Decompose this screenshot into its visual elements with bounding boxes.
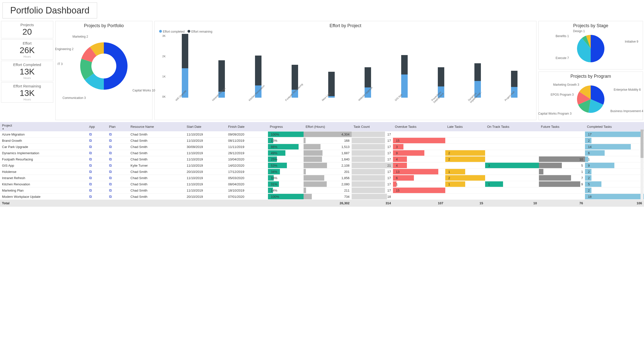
column-header[interactable]: App (87, 122, 107, 131)
column-header[interactable]: Progress (268, 122, 304, 131)
table-scrollbar[interactable] (640, 130, 644, 201)
total-value: 107 (393, 200, 445, 207)
cell-resource: Chad Smith (128, 169, 185, 175)
bar-column[interactable]: Dynamics Implementat... (460, 63, 495, 100)
link-icon[interactable]: ⧉ (109, 188, 112, 193)
bar-column[interactable]: New Logo (314, 72, 349, 100)
cell-late (445, 162, 485, 169)
pie-chart-stage: Initiative 9 Execute 7 Benefits 1 Design… (541, 30, 641, 67)
card-projects-by-program[interactable]: Projects by Program Enterprise Mobility … (538, 72, 643, 120)
cell-ontrack (485, 187, 539, 194)
table-row[interactable]: GIS App⧉⧉Kylie Turner11/10/201914/02/202… (0, 162, 644, 169)
link-icon[interactable]: ⧉ (109, 145, 112, 149)
kpi-value: 20 (2, 27, 52, 37)
column-header[interactable]: Future Tasks (539, 122, 585, 131)
chart-slice[interactable] (591, 35, 604, 62)
column-header[interactable]: Late Tasks (445, 122, 485, 131)
cell-completed: 2 (585, 187, 644, 194)
link-icon[interactable]: ⧉ (109, 138, 112, 143)
link-icon[interactable]: ⧉ (89, 138, 92, 143)
column-header[interactable]: Resource Name (128, 122, 185, 131)
column-header[interactable]: Effort (Hours) (304, 122, 352, 131)
bar-column[interactable]: Project Hub (496, 71, 532, 100)
table-row[interactable]: Brand Growth⧉⧉Chad Smith11/10/201908/11/… (0, 138, 644, 144)
link-icon[interactable]: ⧉ (109, 132, 112, 137)
cell-future: 1 (539, 169, 585, 175)
card-projects-by-portfolio[interactable]: Projects by Portfolio Capital Works 10 C… (55, 21, 152, 120)
cell-tasks: 17 (352, 138, 393, 144)
link-icon[interactable]: ⧉ (109, 176, 112, 180)
column-header[interactable]: Overdue Tasks (393, 122, 445, 131)
table-row[interactable]: Azure Migration⧉⧉Chad Smith11/10/201909/… (0, 131, 644, 138)
table-row[interactable]: Hololense⧉⧉Chad Smith20/10/201917/12/201… (0, 169, 644, 175)
link-icon[interactable]: ⧉ (89, 163, 92, 168)
bar-column[interactable]: Footpath Resurfacing (277, 65, 312, 100)
column-header[interactable]: Plan (107, 122, 128, 131)
bar-column[interactable]: GIS App (387, 55, 422, 100)
bar-column[interactable]: Kitchen Renovation (241, 56, 276, 100)
cell-progress: 53% (268, 162, 304, 169)
chart-slice[interactable] (104, 42, 128, 90)
bar-column[interactable]: PowerApps Deployment (424, 67, 459, 100)
projects-table[interactable]: Project▲AppPlanResource NameStart DateFi… (0, 122, 644, 207)
table-row[interactable]: Modern Workplace Update⧉⧉Chad Smith20/10… (0, 194, 644, 200)
link-icon[interactable]: ⧉ (89, 188, 92, 193)
bar-column[interactable]: Website Upgrade (350, 67, 386, 100)
link-icon[interactable]: ⧉ (89, 169, 92, 174)
link-icon[interactable]: ⧉ (109, 151, 112, 155)
table-row[interactable]: Kitchen Renovation⧉⧉Chad Smith11/10/2019… (0, 181, 644, 187)
link-icon[interactable]: ⧉ (89, 132, 92, 137)
cell-completed: 18 (585, 194, 644, 200)
link-icon[interactable]: ⧉ (109, 157, 112, 161)
kpi-effort[interactable]: Effort 26K Hours (1, 39, 53, 60)
data-bar (485, 163, 539, 168)
column-header[interactable]: Completed Tasks (585, 122, 644, 131)
column-header[interactable]: Start Date (185, 122, 226, 131)
table-row[interactable]: Car Park Upgrade⧉⧉Chad Smith30/09/201911… (0, 144, 644, 150)
card-projects-by-stage[interactable]: Projects by Stage Initiative 9 Execute 7… (538, 21, 643, 70)
data-bar (304, 150, 322, 156)
kpi-effort-completed[interactable]: Effort Completed 13K Hours (1, 61, 53, 81)
link-icon[interactable]: ⧉ (89, 194, 92, 199)
link-icon[interactable]: ⧉ (109, 182, 112, 186)
table-row[interactable]: Footpath Resurfacing⧉⧉Chad Smith11/10/20… (0, 156, 644, 162)
cell-tasks: 17 (352, 150, 393, 156)
cell-overdue: 15 (393, 187, 445, 194)
scroll-thumb[interactable] (640, 130, 644, 158)
kpi-effort-remaining[interactable]: Effort Remaining 13K Hours (1, 82, 53, 103)
bar-column[interactable]: Wifi Upgrade (168, 34, 203, 100)
link-icon[interactable]: ⧉ (109, 163, 112, 168)
link-icon[interactable]: ⧉ (89, 151, 92, 155)
data-bar (585, 144, 631, 149)
card-effort-by-project[interactable]: Effort by Project Effort completed Effor… (154, 21, 536, 120)
cell-ontrack (485, 169, 539, 175)
total-value: 26,302 (304, 200, 352, 207)
page-title: Portfolio Dashboard (10, 5, 90, 16)
column-header[interactable]: Project▲ (0, 122, 87, 131)
cell-progress: 31% (268, 181, 304, 187)
table-row[interactable]: Dynamics Implementation⧉⧉Chad Smith11/10… (0, 150, 644, 156)
data-bar (539, 163, 562, 168)
link-icon[interactable]: ⧉ (109, 169, 112, 174)
cell-project: GIS App (0, 162, 87, 169)
bar-segment-remaining (292, 65, 298, 90)
table-row[interactable]: Intranet Refresh⧉⧉Chad Smith11/10/201905… (0, 175, 644, 181)
link-icon[interactable]: ⧉ (89, 176, 92, 180)
kpi-label: Effort Completed (2, 63, 52, 67)
column-header[interactable]: Finish Date (226, 122, 268, 131)
link-icon[interactable]: ⧉ (89, 157, 92, 161)
column-header[interactable]: On Track Tasks (485, 122, 539, 131)
link-icon[interactable]: ⧉ (89, 182, 92, 186)
column-header[interactable]: Task Count (352, 122, 393, 131)
link-icon[interactable]: ⧉ (109, 194, 112, 199)
kpi-value: 26K (2, 45, 52, 55)
cell-resource: Chad Smith (128, 194, 185, 200)
bar-column[interactable]: Intranet Refresh (204, 60, 239, 100)
bar-segment-completed (328, 96, 335, 98)
link-icon[interactable]: ⧉ (89, 145, 92, 149)
data-bar (445, 150, 485, 156)
kpi-projects[interactable]: Projects 20 (1, 21, 53, 38)
data-bar (352, 138, 385, 143)
table-row[interactable]: Marketing Plan⧉⧉Chad Smith11/10/201918/1… (0, 187, 644, 194)
cell-overdue (393, 194, 445, 200)
